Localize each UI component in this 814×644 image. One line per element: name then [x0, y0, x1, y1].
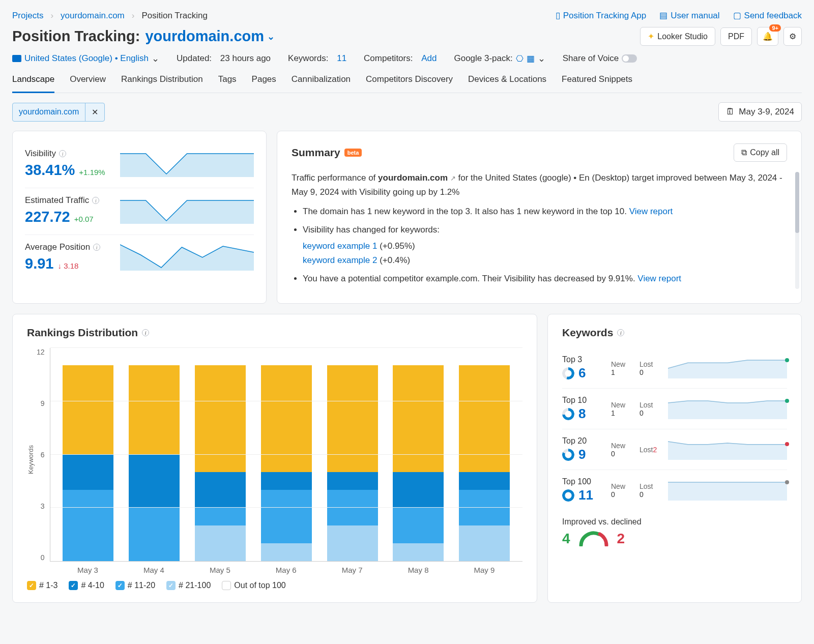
chip-label[interactable]: yourdomain.com [13, 103, 85, 121]
tab-landscape[interactable]: Landscape [12, 74, 54, 93]
tab-rankings-distribution[interactable]: Rankings Distribution [121, 74, 203, 93]
keywords-count: Keywords: 11 [288, 53, 346, 64]
info-icon[interactable]: i [617, 329, 624, 336]
bar-may-7[interactable] [327, 365, 378, 561]
tab-devices-locations[interactable]: Devices & Locations [468, 74, 546, 93]
settings-button[interactable]: ⚙ [783, 27, 802, 46]
domain-chip: yourdomain.com ✕ [12, 103, 105, 122]
info-icon[interactable]: i [59, 150, 66, 157]
keywords-link[interactable]: 11 [337, 53, 346, 64]
book-icon: ▤ [659, 10, 667, 21]
summary-title: Summary [292, 147, 340, 159]
beta-badge: beta [344, 149, 362, 157]
tab-cannibalization[interactable]: Cannibalization [292, 74, 351, 93]
send-feedback-link[interactable]: ▢Send feedback [733, 10, 802, 21]
kpi-traffic-delta: +0.07 [74, 215, 94, 223]
bar-may-6[interactable] [261, 365, 312, 561]
tab-overview[interactable]: Overview [70, 74, 106, 93]
view-report-link[interactable]: View report [598, 292, 642, 293]
legend-item[interactable]: ✓# 11-20 [115, 581, 155, 590]
tab-tags[interactable]: Tags [218, 74, 237, 93]
chat-icon: ▢ [733, 10, 741, 21]
legend-item[interactable]: Out of top 100 [222, 581, 285, 590]
notification-badge: 9+ [769, 24, 781, 32]
info-icon[interactable]: i [92, 197, 99, 204]
breadcrumb-projects[interactable]: Projects [12, 11, 43, 21]
tab-pages[interactable]: Pages [252, 74, 276, 93]
external-link-icon[interactable]: ↗ [450, 174, 456, 182]
chip-remove-button[interactable]: ✕ [85, 103, 104, 121]
view-report-link[interactable]: View report [637, 274, 681, 283]
share-of-voice-toggle[interactable]: Share of Voice [563, 53, 637, 64]
summary-body[interactable]: Traffic performance of yourdomain.com ↗ … [292, 171, 787, 293]
chevron-right-icon: › [50, 11, 53, 21]
tab-featured-snippets[interactable]: Featured Snippets [562, 74, 632, 93]
keyword-link[interactable]: keyword example 2 [303, 255, 377, 265]
keyword-row[interactable]: Top 108New1Lost0 [562, 389, 787, 429]
bar-may-9[interactable] [459, 365, 510, 561]
chevron-down-icon: ⌄ [152, 53, 159, 64]
gauge-icon [578, 531, 609, 546]
tabs: LandscapeOverviewRankings DistributionTa… [12, 74, 802, 93]
location-dropdown[interactable]: United States (Google) • English ⌄ [12, 53, 159, 64]
gear-icon: ⚙ [789, 32, 796, 41]
chart-x-axis: May 3May 4May 5May 6May 7May 8May 9 [50, 562, 522, 574]
kpi-avgpos-value: 9.91 [25, 255, 53, 272]
phone-icon: ▯ [556, 10, 560, 21]
bar-may-4[interactable] [129, 365, 180, 561]
serp-icon: ▦ [527, 53, 535, 64]
view-report-link[interactable]: View report [629, 207, 673, 216]
kpi-visibility-label: Visibility [25, 149, 56, 159]
copy-all-button[interactable]: ⧉ Copy all [734, 143, 787, 162]
bell-icon: 🔔 [763, 32, 773, 41]
summary-card: Summary beta ⧉ Copy all Traffic performa… [277, 131, 802, 304]
keyword-row[interactable]: Top 10011New0Lost0 [562, 470, 787, 510]
bar-may-3[interactable] [63, 365, 113, 561]
looker-icon: ✦ [648, 32, 654, 41]
breadcrumb-domain[interactable]: yourdomain.com [61, 11, 125, 21]
chart-ylabel: Keywords [27, 445, 35, 474]
scrollbar[interactable] [795, 172, 799, 289]
chevron-down-icon: ⌄ [538, 53, 545, 64]
notifications-button[interactable]: 🔔 9+ [757, 27, 778, 46]
rankings-distribution-card: Rankings Distribution i Keywords 129630 … [12, 314, 537, 603]
keyword-link[interactable]: keyword example 1 [303, 241, 377, 251]
calendar-icon: 🗓 [726, 107, 735, 117]
improved-declined-label: Improved vs. declined [562, 517, 787, 526]
copy-icon: ⧉ [741, 148, 747, 157]
chart-legend: ✓# 1-3✓# 4-10✓# 11-20✓# 21-100Out of top… [27, 581, 522, 590]
breadcrumb: Projects › yourdomain.com › Position Tra… [12, 11, 208, 21]
tab-competitors-discovery[interactable]: Competitors Discovery [366, 74, 453, 93]
add-competitors-link[interactable]: Add [421, 53, 437, 64]
chart-y-axis: 129630 [37, 348, 50, 562]
user-manual-link[interactable]: ▤User manual [659, 10, 719, 21]
rankings-distribution-title: Rankings Distribution [27, 327, 138, 339]
position-tracking-app-link[interactable]: ▯Position Tracking App [556, 10, 646, 21]
bar-may-5[interactable] [195, 365, 246, 561]
bar-may-8[interactable] [393, 365, 444, 561]
chevron-right-icon: › [132, 11, 135, 21]
info-icon[interactable]: i [93, 244, 100, 251]
keywords-title: Keywords [562, 327, 613, 339]
legend-item[interactable]: ✓# 4-10 [69, 581, 104, 590]
looker-studio-button[interactable]: ✦ Looker Studio [640, 27, 715, 46]
date-range-picker[interactable]: 🗓 May 3-9, 2024 [718, 102, 802, 122]
sparkline-traffic [120, 195, 254, 224]
kpi-visibility-delta: +1.19% [79, 168, 105, 177]
google-3pack-dropdown[interactable]: Google 3-pack: ⎔ ▦ ⌄ [454, 53, 545, 64]
legend-item[interactable]: ✓# 1-3 [27, 581, 57, 590]
kpi-avgpos-delta: ↓ 3.18 [57, 261, 78, 270]
declined-count: 2 [617, 531, 625, 547]
pdf-button[interactable]: PDF [720, 27, 752, 46]
breadcrumb-current: Position Tracking [141, 11, 207, 21]
desktop-icon [12, 55, 21, 62]
kpi-traffic-label: Estimated Traffic [25, 195, 89, 206]
domain-dropdown[interactable]: yourdomain.com ⌄ [145, 28, 275, 45]
chevron-down-icon: ⌄ [267, 31, 275, 42]
keyword-row[interactable]: Top 209New0Lost2 [562, 429, 787, 470]
legend-item[interactable]: ✓# 21-100 [166, 581, 211, 590]
info-icon[interactable]: i [142, 329, 149, 336]
toggle-off-icon [622, 54, 637, 63]
sparkline-avgpos [120, 242, 254, 271]
keyword-row[interactable]: Top 36New1Lost0 [562, 348, 787, 389]
